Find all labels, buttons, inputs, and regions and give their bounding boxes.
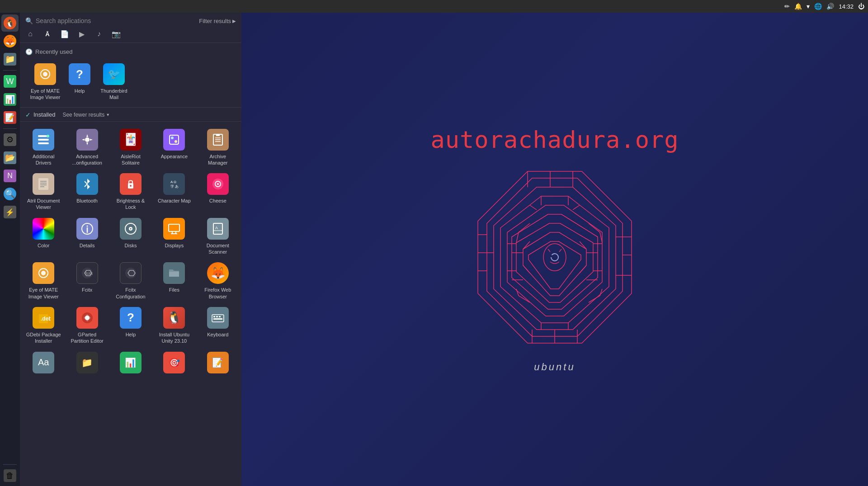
settings-icon: ⚙ (4, 133, 16, 146)
app-cheese[interactable]: Cheese (196, 170, 240, 214)
app-archive-manager[interactable]: Archive Manager (196, 125, 240, 170)
dock-presentation[interactable]: 📝 (1, 109, 19, 126)
bluetooth-label: Bluetooth (76, 198, 97, 204)
dock-separator-2 (3, 128, 17, 129)
dock-files[interactable]: 📁 (1, 51, 19, 68)
filter-results-button[interactable]: Filter results ▶ (199, 18, 236, 24)
app-brightness-lock[interactable]: Brightness & Lock (109, 170, 152, 214)
svg-rect-34 (169, 224, 179, 231)
app-install-ubuntu[interactable]: 🐧 Install Ubuntu Unity 23.10 (152, 303, 196, 348)
dock-folder[interactable]: 📂 (1, 149, 19, 166)
power-icon[interactable]: ⏻ (858, 3, 864, 10)
panel-system-tray: ✏ 🔔 ▾ 🌐 🔊 14:32 ⏻ (784, 3, 864, 10)
cheese-label: Cheese (209, 198, 226, 204)
app-appearance[interactable]: Appearance (152, 125, 196, 170)
firefox-icon: 🦊 (4, 35, 16, 47)
app-partial-5[interactable]: 📝 (196, 348, 240, 380)
speaker-icon[interactable]: 🔊 (826, 3, 834, 10)
svg-point-5 (47, 135, 49, 137)
gdebi-label: GDebi Package Installer (25, 331, 61, 344)
svg-point-97 (551, 254, 558, 261)
app-gdebi[interactable]: .deb GDebi Package Installer (22, 303, 65, 348)
svg-line-66 (559, 249, 561, 252)
app-additional-drivers[interactable]: Additional Drivers (22, 125, 65, 170)
ubuntu-label: ubuntu (534, 361, 575, 373)
category-music[interactable]: ♪ (94, 29, 104, 39)
app-keyboard[interactable]: Keyboard (196, 303, 240, 348)
notification-icon[interactable]: 🔔 (794, 3, 802, 10)
dock-usb[interactable]: ⚡ (1, 203, 19, 221)
recent-app-eye[interactable]: Eye of MATE Image Viewer (25, 60, 65, 104)
search-dock-icon: 🔍 (4, 188, 16, 200)
globe-icon[interactable]: 🌐 (814, 3, 822, 10)
category-video[interactable]: ▶ (77, 29, 87, 39)
ubuntu-logo-button[interactable]: 🐧 (1, 14, 19, 32)
dock-libreoffice[interactable]: W (1, 73, 19, 90)
dock-spreadsheet[interactable]: 📊 (1, 91, 19, 108)
files-app-icon (163, 262, 185, 284)
svg-point-27 (217, 183, 219, 185)
app-atril[interactable]: Atril Document Viewer (22, 170, 65, 214)
dock-search[interactable]: 🔍 (1, 185, 19, 203)
fcitx-icon: fcitx (76, 262, 98, 284)
app-partial-1[interactable]: Aa (22, 348, 65, 380)
svg-point-6 (85, 137, 90, 142)
cheese-icon (207, 173, 229, 195)
dock-trash[interactable]: 🗑 (1, 467, 19, 484)
app-partial-2[interactable]: 📁 (65, 348, 108, 380)
see-fewer-button[interactable]: See fewer results ▼ (62, 112, 110, 118)
character-map-label: Character Map (158, 198, 191, 204)
additional-drivers-label: Additional Drivers (25, 153, 61, 166)
app-gparted[interactable]: GParted Partition Editor (65, 303, 108, 348)
svg-marker-58 (500, 196, 609, 323)
app-fcitx[interactable]: fcitx Fcitx (65, 259, 108, 303)
svg-point-1 (43, 72, 47, 76)
app-displays[interactable]: Displays (152, 214, 196, 259)
app-partial-3[interactable]: 📊 (109, 348, 152, 380)
bluetooth-icon (76, 173, 98, 195)
pencil-icon[interactable]: ✏ (784, 3, 790, 10)
ubuntu-icon: 🐧 (4, 17, 16, 29)
application-dock: 🐧 🦊 📁 W 📊 📝 ⚙ 📂 N 🔍 ⚡ 🗑 (0, 13, 20, 486)
recent-app-help[interactable]: ? Help (67, 60, 92, 104)
category-documents[interactable]: 📄 (60, 29, 70, 39)
app-firefox[interactable]: 🦊 Firefox Web Browser (196, 259, 240, 303)
launcher-scroll-area[interactable]: 🕐 Recently used Eye of MATE Image Viewer… (20, 43, 241, 486)
app-disks[interactable]: Disks (109, 214, 152, 259)
recent-app-thunderbird[interactable]: 🐦 Thunderbird Mail (94, 60, 134, 104)
svg-point-42 (41, 271, 46, 275)
svg-point-64 (543, 244, 566, 271)
dock-firefox[interactable]: 🦊 (1, 33, 19, 50)
desktop-content: autorachadura.org .maze-line { stroke: #… (241, 13, 868, 486)
app-help-app[interactable]: ? Help (109, 303, 152, 348)
app-files[interactable]: Files (152, 259, 196, 303)
app-fcitx-config[interactable]: Fcitx Configuration (109, 259, 152, 303)
atril-label: Atril Document Viewer (25, 198, 61, 211)
dock-notes[interactable]: N (1, 167, 19, 184)
app-details[interactable]: Details (65, 214, 108, 259)
svg-line-90 (573, 205, 580, 210)
app-document-scanner[interactable]: A Document Scanner (196, 214, 240, 259)
app-color[interactable]: Color (22, 214, 65, 259)
folder-icon: 📂 (4, 151, 16, 164)
app-character-map[interactable]: A Ω 字 あ Character Map (152, 170, 196, 214)
app-aisleriot[interactable]: 🃏 AisleRiot Solitaire (109, 125, 152, 170)
category-all[interactable]: Ā (42, 29, 52, 39)
atril-icon (33, 173, 54, 195)
fcitx-config-icon (120, 262, 142, 284)
svg-line-96 (580, 265, 586, 273)
network-icon[interactable]: ▾ (807, 3, 810, 10)
category-home[interactable]: ⌂ (25, 29, 35, 39)
app-bluetooth[interactable]: Bluetooth (65, 170, 108, 214)
svg-text:.deb: .deb (41, 316, 51, 322)
category-photos[interactable]: 📷 (111, 29, 121, 39)
fcitx-config-label: Fcitx Configuration (113, 287, 149, 300)
search-input[interactable] (36, 17, 195, 24)
app-partial-4[interactable]: 🎯 (152, 348, 196, 380)
site-title: autorachadura.org (430, 126, 679, 153)
app-advanced-config[interactable]: Advanced ...onfiguration (65, 125, 108, 170)
app-eye-mate[interactable]: Eye of MATE Image Viewer (22, 259, 65, 303)
dock-settings[interactable]: ⚙ (1, 131, 19, 148)
disks-label: Disks (125, 242, 137, 249)
svg-rect-54 (213, 318, 222, 320)
